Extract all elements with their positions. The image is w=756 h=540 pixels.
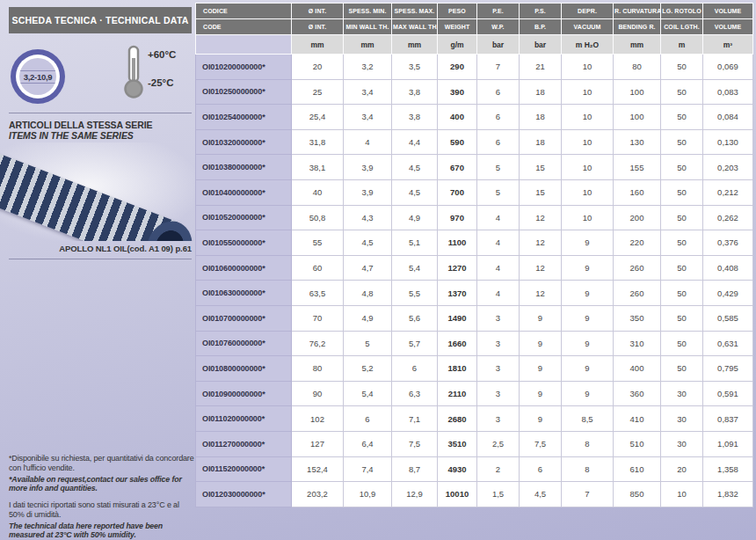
table-data-cell: 9 <box>520 381 562 406</box>
table-data-cell: 10 <box>661 482 703 507</box>
table-data-cell: 9 <box>562 305 614 331</box>
table-data-cell: 7,4 <box>344 456 392 482</box>
table-data-cell: OI010254000000* <box>196 105 292 130</box>
table-data-cell: 7 <box>477 55 520 80</box>
table-data-cell: 3,4 <box>344 105 392 130</box>
table-data-cell: 0,130 <box>703 129 753 155</box>
table-data-cell: 4,9 <box>344 305 392 331</box>
table-data-row: OI010380000000*38,13,94,567051510155500,… <box>196 155 753 180</box>
table-data-cell: OI011270000000* <box>196 431 292 456</box>
table-data-cell: 63,5 <box>292 281 344 306</box>
table-data-cell: 1,832 <box>703 482 753 507</box>
table-data-cell: 4 <box>344 129 392 155</box>
table-data-cell: 6 <box>477 129 520 155</box>
table-data-cell: 9 <box>562 281 614 306</box>
table-data-cell: 7,1 <box>392 406 438 432</box>
table-data-cell: 20 <box>292 55 344 80</box>
table-data-cell: 60 <box>292 255 344 281</box>
table-data-cell: 1810 <box>438 356 477 382</box>
table-data-cell: 203,2 <box>292 482 344 507</box>
table-data-cell: 0,212 <box>703 179 753 205</box>
table-data-cell: 8,7 <box>392 456 438 482</box>
table-data-cell: 100 <box>614 105 661 130</box>
table-data-cell: 21 <box>520 55 562 80</box>
table-data-cell: 510 <box>614 431 661 456</box>
table-data-cell: 0,408 <box>703 255 753 281</box>
table-data-cell: 850 <box>614 482 661 507</box>
table-data-cell: OI010900000000* <box>196 381 292 406</box>
table-data-cell: 4,5 <box>344 230 392 256</box>
footnote-measurement: I dati tecnici riportati sono stati misu… <box>9 500 195 540</box>
technical-datasheet-page: SCHEDA TECNICA · TECHNICAL DATA 3,2-10,9… <box>0 0 756 540</box>
table-data-row: OI012030000000*203,210,912,9100101,54,57… <box>196 482 753 507</box>
table-data-cell: 3 <box>477 356 520 382</box>
table-data-cell: OI010200000000* <box>196 55 292 80</box>
table-data-cell: 6 <box>344 406 392 432</box>
table-data-cell: OI010400000000* <box>196 179 292 205</box>
table-data-cell: 9 <box>520 406 562 432</box>
table-data-cell: 5,6 <box>392 305 438 331</box>
table-data-cell: 220 <box>614 230 661 256</box>
table-data-cell: 3 <box>477 305 520 331</box>
table-data-cell: 670 <box>438 155 477 180</box>
table-data-cell: 3 <box>477 381 520 406</box>
table-data-cell: 8 <box>562 456 614 482</box>
table-data-cell: 590 <box>438 129 477 155</box>
table-data-cell: 1370 <box>438 281 477 306</box>
badge-ring: 3,2-10,9 <box>16 55 60 99</box>
table-data-cell: 5,4 <box>392 255 438 281</box>
table-data-cell: 31,8 <box>292 129 344 155</box>
footnote-measurement-it: I dati tecnici riportati sono stati misu… <box>9 500 195 520</box>
table-data-cell: 6 <box>477 79 520 105</box>
table-data-cell: 5,2 <box>344 356 392 382</box>
table-data-cell: 160 <box>614 179 661 205</box>
badge-disc: 3,2-10,9 <box>19 58 56 95</box>
table-data-cell: 6,3 <box>392 381 438 406</box>
table-data-row: OI010200000000*203,23,52907211080500,069 <box>196 55 753 80</box>
table-data-cell: 18 <box>520 105 562 130</box>
table-data-cell: OI012030000000* <box>196 482 292 507</box>
header-it-row: CODICEØ INT.SPESS. MIN.SPESS. MAX.PESOP.… <box>196 4 753 19</box>
page-title: SCHEDA TECNICA · TECHNICAL DATA <box>9 7 192 33</box>
wall-thickness-range: 3,2-10,9 <box>19 70 56 84</box>
units-cell: mm <box>614 35 661 55</box>
sidebar: SCHEDA TECNICA · TECHNICAL DATA 3,2-10,9… <box>0 0 195 540</box>
table-data-cell: OI010700000000* <box>196 305 292 331</box>
table-data-cell: 5,7 <box>392 331 438 356</box>
table-data-cell: OI010250000000* <box>196 79 292 105</box>
header-it-cell: R. CURVATURA <box>614 4 661 19</box>
table-data-cell: 0,631 <box>703 331 753 356</box>
units-cell: m H₂O <box>562 35 614 55</box>
table-data-cell: OI010630000000* <box>196 281 292 306</box>
table-data-cell: 0,069 <box>703 55 753 80</box>
footnote-availability: *Disponibile su richiesta, per quantitat… <box>9 454 195 493</box>
table-data-cell: 9 <box>562 356 614 382</box>
units-cell: g/m <box>438 35 477 55</box>
table-data-cell: 25 <box>292 79 344 105</box>
table-data-cell: 50 <box>661 105 703 130</box>
units-cell: m <box>661 35 703 55</box>
table-data-cell: 5 <box>344 331 392 356</box>
table-data-cell: 260 <box>614 255 661 281</box>
table-data-cell: 20 <box>661 456 703 482</box>
table-data-cell: 12,9 <box>392 482 438 507</box>
table-data-cell: 50 <box>661 305 703 331</box>
header-en-cell: B.P. <box>520 19 562 35</box>
table-data-cell: 290 <box>438 55 477 80</box>
table-data-cell: 0,795 <box>703 356 753 382</box>
header-it-cell: DEPR. <box>562 4 614 19</box>
table-data-cell: 3,8 <box>392 105 438 130</box>
table-data-cell: 90 <box>292 381 344 406</box>
table-data-cell: 50 <box>661 179 703 205</box>
table-data-cell: 350 <box>614 305 661 331</box>
table-data-cell: 30 <box>661 431 703 456</box>
table-data-cell: 1,358 <box>703 456 753 482</box>
table-data-cell: OI010550000000* <box>196 230 292 256</box>
table-data-cell: 3,9 <box>344 179 392 205</box>
table-data-cell: 9 <box>562 230 614 256</box>
table-data-cell: 100 <box>614 79 661 105</box>
table-data-cell: 610 <box>614 456 661 482</box>
table-data-cell: 80 <box>292 356 344 382</box>
table-data-cell: 15 <box>520 155 562 180</box>
table-data-cell: 970 <box>438 205 477 230</box>
